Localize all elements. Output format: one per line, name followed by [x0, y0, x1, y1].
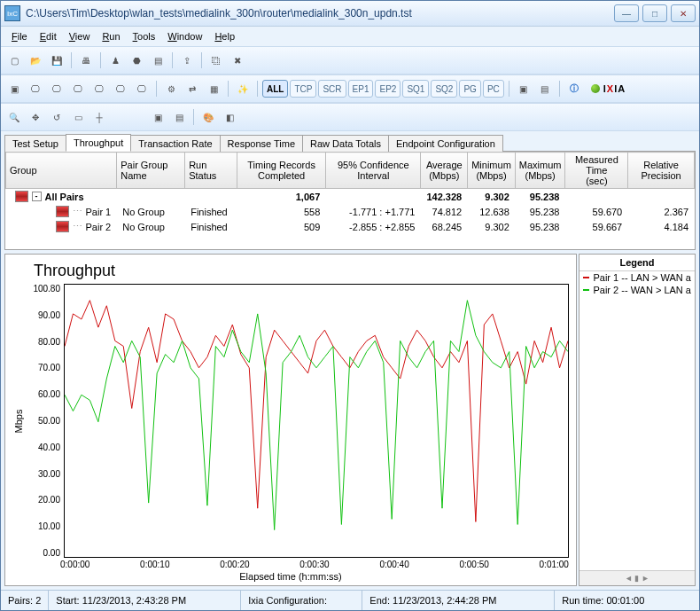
menubar: FileEditViewRunToolsWindowHelp — [1, 27, 699, 46]
copy-icon[interactable]: ⿻ — [206, 51, 226, 70]
toolbar-filters: ▣ 🖵 🖵 🖵 🖵 🖵 🖵 ⚙ ⇄ ▦ ✨ ALLTCPSCREP1EP2SQ1… — [1, 74, 699, 103]
legend-panel: Legend Pair 1 -- LAN > WAN aPair 2 -- WA… — [579, 254, 696, 586]
statusbar: Pairs: 2 Start: 11/23/2013, 2:43:28 PM I… — [1, 590, 699, 610]
color-icon[interactable]: ◧ — [220, 107, 239, 127]
col-header[interactable]: Average (Mbps) — [421, 153, 468, 189]
filter-pc[interactable]: PC — [483, 80, 504, 98]
col-header[interactable]: Timing Records Completed — [237, 153, 325, 189]
legend-item[interactable]: Pair 2 -- WAN > LAN a — [579, 284, 695, 296]
filter-ep1[interactable]: EP1 — [348, 80, 374, 98]
menu-tools[interactable]: Tools — [128, 29, 161, 43]
window-title: C:\Users\Tim\Desktop\wlan_tests\medialin… — [26, 7, 614, 20]
col-header[interactable]: 95% Confidence Interval — [326, 153, 421, 189]
col-header[interactable]: Maximum (Mbps) — [515, 153, 565, 189]
tab-raw-data-totals[interactable]: Raw Data Totals — [302, 135, 389, 152]
brand-text: IXIA — [603, 83, 626, 94]
tab-transaction-rate[interactable]: Transaction Rate — [130, 135, 220, 152]
view1-icon[interactable]: ▣ — [514, 79, 533, 98]
legend-title: Legend — [579, 255, 695, 271]
y-ticks: 100.8090.0080.0070.0060.0050.0040.0030.0… — [25, 284, 64, 558]
tab-test-setup[interactable]: Test Setup — [4, 135, 66, 152]
x-ticks: 0:00:000:00:100:00:200:00:300:00:400:00:… — [60, 560, 569, 569]
col-header[interactable]: Measured Time (sec) — [565, 153, 628, 189]
track-icon[interactable]: ┼ — [89, 107, 109, 127]
col-header[interactable]: Group — [6, 153, 117, 189]
table-row[interactable]: ⋯ Pair 2No GroupFinished509-2.855 : +2.8… — [6, 219, 695, 234]
status-start: Start: 11/23/2013, 2:43:28 PM — [49, 591, 241, 610]
pan-icon[interactable]: ✥ — [26, 107, 45, 127]
pair-icon[interactable]: ▣ — [4, 79, 24, 98]
tab-endpoint-configuration[interactable]: Endpoint Configuration — [388, 135, 503, 152]
monitor3-icon[interactable]: 🖵 — [68, 79, 88, 98]
open-icon[interactable]: 📂 — [26, 51, 45, 70]
col-header[interactable]: Pair Group Name — [117, 153, 185, 189]
results-grid[interactable]: GroupPair Group NameRun StatusTiming Rec… — [4, 151, 696, 250]
toolbar-chart: 🔍 ✥ ↺ ▭ ┼ ▣ ▤ 🎨 ◧ — [1, 103, 699, 131]
x-axis-label: Elapsed time (h:mm:ss) — [12, 571, 569, 582]
filter-tcp[interactable]: TCP — [290, 80, 316, 98]
monitor6-icon[interactable]: 🖵 — [132, 79, 152, 98]
minimize-button[interactable]: — — [614, 4, 639, 22]
group-icon[interactable]: ▦ — [204, 79, 223, 98]
filter-scr[interactable]: SCR — [318, 80, 346, 98]
maximize-button[interactable]: □ — [642, 4, 667, 22]
app-icon: IxC — [4, 5, 20, 21]
menu-window[interactable]: Window — [162, 29, 207, 43]
status-end: End: 11/23/2013, 2:44:28 PM — [362, 591, 555, 610]
tab-strip: Test SetupThroughputTransaction RateResp… — [1, 131, 699, 151]
delete-icon[interactable]: ✖ — [228, 51, 247, 70]
tab-response-time[interactable]: Response Time — [220, 135, 303, 152]
filter-all[interactable]: ALL — [262, 80, 288, 98]
pair-icon — [15, 191, 28, 202]
col-header[interactable]: Run Status — [185, 153, 237, 189]
view2-icon[interactable]: ▤ — [535, 79, 555, 98]
brand-dot-icon — [591, 84, 600, 93]
zoom-icon[interactable]: 🔍 — [4, 107, 24, 127]
chart-opt1-icon[interactable]: ▣ — [148, 107, 167, 127]
monitor2-icon[interactable]: 🖵 — [47, 79, 66, 98]
config-icon[interactable]: ⚙ — [161, 79, 181, 98]
monitor5-icon[interactable]: 🖵 — [111, 79, 130, 98]
save-icon[interactable]: 💾 — [47, 51, 66, 70]
filter-pg[interactable]: PG — [459, 80, 480, 98]
export-icon[interactable]: ⇪ — [177, 51, 197, 70]
monitor4-icon[interactable]: 🖵 — [89, 79, 109, 98]
status-config: Ixia Configuration: — [241, 591, 362, 610]
y-axis-label: Mbps — [13, 409, 24, 433]
filter-sq2[interactable]: SQ2 — [431, 80, 457, 98]
menu-view[interactable]: View — [64, 29, 96, 43]
new-icon[interactable]: ▢ — [4, 51, 24, 70]
stop-icon[interactable]: ⬣ — [127, 51, 146, 70]
run-icon[interactable]: ♟ — [105, 51, 125, 70]
flow-icon[interactable]: ⇄ — [183, 79, 202, 98]
chart-opt2-icon[interactable]: ▤ — [169, 107, 189, 127]
palette-icon[interactable]: 🎨 — [198, 107, 218, 127]
close-button[interactable]: ✕ — [671, 4, 696, 22]
chart-title: Throughput — [34, 262, 569, 280]
menu-help[interactable]: Help — [209, 29, 240, 43]
clear-icon[interactable]: ▤ — [148, 51, 167, 70]
menu-run[interactable]: Run — [97, 29, 125, 43]
titlebar: IxC C:\Users\Tim\Desktop\wlan_tests\medi… — [1, 1, 699, 27]
menu-file[interactable]: File — [6, 29, 33, 43]
menu-edit[interactable]: Edit — [35, 29, 62, 43]
tab-throughput[interactable]: Throughput — [66, 134, 131, 152]
legend-scrollbar[interactable]: ◄ ▮ ► — [579, 570, 695, 585]
table-row[interactable]: ⋯ Pair 1No GroupFinished558-1.771 : +1.7… — [6, 204, 695, 219]
info-icon[interactable]: ⓘ — [564, 79, 584, 98]
pair-icon — [56, 221, 69, 232]
monitor1-icon[interactable]: 🖵 — [26, 79, 45, 98]
status-pairs: Pairs: 2 — [1, 591, 49, 610]
select-icon[interactable]: ▭ — [68, 107, 88, 127]
pair-icon — [56, 206, 69, 217]
legend-item[interactable]: Pair 1 -- LAN > WAN a — [579, 271, 695, 284]
col-header[interactable]: Relative Precision — [628, 153, 695, 189]
filter-sq1[interactable]: SQ1 — [402, 80, 429, 98]
table-row[interactable]: - All Pairs1,067142.3289.30295.238 — [6, 189, 695, 205]
filter-ep2[interactable]: EP2 — [375, 80, 401, 98]
chart-plot[interactable] — [64, 284, 569, 558]
print-icon[interactable]: 🖶 — [76, 51, 96, 70]
col-header[interactable]: Minimum (Mbps) — [468, 153, 516, 189]
wand-icon[interactable]: ✨ — [233, 79, 253, 98]
reset-icon[interactable]: ↺ — [47, 107, 66, 127]
